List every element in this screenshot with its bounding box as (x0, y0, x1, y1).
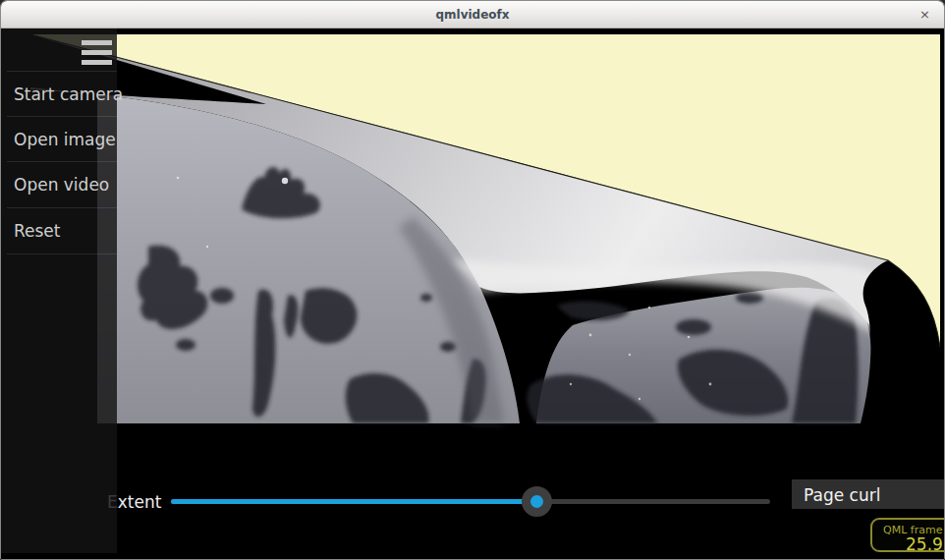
window-title: qmlvideofx (1, 1, 944, 28)
effect-selector-button[interactable]: Page curl (792, 479, 945, 509)
fps-value: 25.95 (906, 534, 945, 554)
sidebar-item-reset[interactable]: Reset (1, 208, 117, 253)
slider-handle[interactable] (522, 486, 552, 517)
divider (7, 253, 117, 254)
fps-overlay: QML frame r... 25.95 (870, 518, 945, 552)
video-effect-viewport (1, 1, 945, 560)
extent-slider[interactable] (171, 486, 770, 517)
sidebar-item-open-video[interactable]: Open video (1, 162, 117, 207)
sidebar: Start camera Open image Open video Reset (1, 28, 117, 553)
slider-fill (171, 499, 536, 504)
close-button[interactable]: × (916, 1, 934, 28)
slider-track[interactable] (171, 499, 770, 504)
sidebar-item-open-image[interactable]: Open image (1, 117, 117, 162)
sidebar-item-start-camera[interactable]: Start camera (1, 72, 117, 117)
hamburger-menu-icon[interactable] (82, 40, 112, 67)
app-window: Extent Page curl QML frame r... 25.95 St… (0, 0, 945, 560)
slider-handle-dot (530, 495, 543, 508)
rock-notch-highlight (282, 178, 288, 184)
title-bar: qmlvideofx × (1, 1, 944, 28)
